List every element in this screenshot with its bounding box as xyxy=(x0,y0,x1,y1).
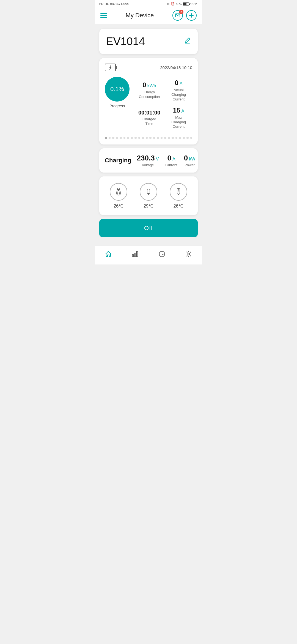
status-right: 👁 ⏰ 65% 10:11 xyxy=(167,2,198,6)
stats-grid: 0 kWh EnergyConsumption 0 A ActualChargi… xyxy=(134,77,192,131)
main-content: EV1014 2022/04/18 10:10 0.1% Progress xyxy=(95,24,202,245)
edit-button[interactable] xyxy=(183,37,191,46)
device-icon-circle xyxy=(170,183,187,201)
max-current-label: MaxCharging Current xyxy=(169,115,188,129)
nav-settings[interactable] xyxy=(180,249,197,259)
charging-label: Charging xyxy=(105,157,131,164)
dot-8[interactable] xyxy=(134,137,137,139)
connector-icon xyxy=(144,187,153,196)
page-title: My Device xyxy=(126,12,154,19)
voltage-value: 230.3 V xyxy=(137,154,159,162)
top-nav: My Device 2 xyxy=(95,7,202,24)
dot-23[interactable] xyxy=(190,137,193,139)
temp-value-device: 26℃ xyxy=(174,203,183,209)
svg-rect-19 xyxy=(132,255,134,257)
dot-16[interactable] xyxy=(164,137,166,139)
dot-9[interactable] xyxy=(138,137,141,139)
add-button[interactable] xyxy=(186,10,197,21)
dot-18[interactable] xyxy=(172,137,174,139)
power-value: 0 kW xyxy=(184,154,196,162)
clock-icon xyxy=(158,250,166,258)
dot-11[interactable] xyxy=(146,137,148,139)
current-value: 0 A xyxy=(167,154,175,162)
chart-icon xyxy=(131,250,139,258)
battery-percent: 65% xyxy=(176,2,182,6)
nav-home[interactable] xyxy=(100,249,117,259)
device-icon xyxy=(174,187,183,196)
actual-current-label: ActualCharging Current xyxy=(169,88,188,102)
bottom-nav xyxy=(95,245,202,264)
charging-info-card: Charging 230.3 V Voltage 0 A Current 0 xyxy=(99,148,198,173)
pencil-icon xyxy=(183,37,191,44)
nav-actions: 2 xyxy=(172,10,197,21)
card-header: 2022/04/18 10:10 xyxy=(105,64,192,71)
current-label: Current xyxy=(165,163,177,167)
plug-icon-circle xyxy=(110,183,127,201)
dots-row xyxy=(105,137,192,139)
alarm-icon: ⏰ xyxy=(171,2,175,6)
dot-20[interactable] xyxy=(179,137,181,139)
device-name-card: EV1014 xyxy=(99,29,198,54)
progress-label: Progress xyxy=(109,104,125,108)
dot-2[interactable] xyxy=(112,137,114,139)
svg-rect-10 xyxy=(147,189,150,193)
voltage-label: Voltage xyxy=(142,163,154,167)
dot-12[interactable] xyxy=(149,137,152,139)
svg-point-4 xyxy=(116,191,121,195)
eye-icon: 👁 xyxy=(167,2,170,6)
mail-icon xyxy=(175,13,180,17)
temp-value-connector: 29℃ xyxy=(144,203,153,209)
dot-15[interactable] xyxy=(161,137,163,139)
dot-0[interactable] xyxy=(105,137,107,139)
mail-button[interactable]: 2 xyxy=(172,10,183,21)
home-icon xyxy=(105,250,112,258)
progress-value: 0.1% xyxy=(110,86,124,93)
charged-time-value: 00:01:00 xyxy=(138,110,160,116)
dot-21[interactable] xyxy=(183,137,185,139)
hamburger-menu[interactable] xyxy=(100,13,107,18)
charging-status-card: 2022/04/18 10:10 0.1% Progress 0 kWh Ene… xyxy=(99,58,198,144)
energy-label: EnergyConsumption xyxy=(139,90,160,99)
progress-circle: 0.1% xyxy=(105,77,130,102)
power-label: Power xyxy=(185,163,195,167)
current-metric: 0 A Current xyxy=(165,154,177,167)
connector-icon-circle xyxy=(140,183,157,201)
max-current-stat: 15 A MaxCharging Current xyxy=(165,104,192,132)
temp-item-connector: 29℃ xyxy=(140,183,157,209)
temperature-card: 26℃ 29℃ xyxy=(99,176,198,215)
dot-10[interactable] xyxy=(142,137,144,139)
temp-item-plug: 26℃ xyxy=(110,183,127,209)
svg-point-25 xyxy=(188,253,190,255)
temp-value-plug: 26℃ xyxy=(114,203,123,209)
actual-current-stat: 0 A ActualCharging Current xyxy=(165,77,192,104)
svg-rect-20 xyxy=(134,253,136,257)
max-current-value: 15 A xyxy=(173,107,184,114)
power-metric: 0 kW Power xyxy=(184,154,196,167)
device-name: EV1014 xyxy=(106,35,145,48)
clock-time: 10:11 xyxy=(190,2,198,6)
dot-19[interactable] xyxy=(175,137,178,139)
nav-clock[interactable] xyxy=(154,249,170,259)
dot-6[interactable] xyxy=(127,137,129,139)
dot-14[interactable] xyxy=(157,137,159,139)
svg-point-17 xyxy=(178,192,179,193)
dot-1[interactable] xyxy=(109,137,111,139)
nav-chart[interactable] xyxy=(127,249,143,259)
settings-icon xyxy=(185,250,193,258)
dot-13[interactable] xyxy=(153,137,155,139)
svg-rect-21 xyxy=(136,251,138,257)
dot-17[interactable] xyxy=(168,137,170,139)
dot-5[interactable] xyxy=(123,137,126,139)
dot-22[interactable] xyxy=(186,137,189,139)
status-bar: HD1 4G HD2 4G 1.5K/s 👁 ⏰ 65% 10:11 xyxy=(95,0,202,7)
charged-time-stat: 00:01:00 ChargedTime xyxy=(134,104,165,132)
svg-line-24 xyxy=(162,254,163,255)
dot-3[interactable] xyxy=(116,137,118,139)
actual-current-value: 0 A xyxy=(175,79,183,87)
energy-value: 0 kWh xyxy=(142,81,156,89)
off-button[interactable]: Off xyxy=(99,219,198,237)
progress-wrap: 0.1% Progress xyxy=(105,77,130,108)
dot-7[interactable] xyxy=(131,137,133,139)
status-left: HD1 4G HD2 4G 1.5K/s xyxy=(99,2,128,6)
dot-4[interactable] xyxy=(120,137,122,139)
